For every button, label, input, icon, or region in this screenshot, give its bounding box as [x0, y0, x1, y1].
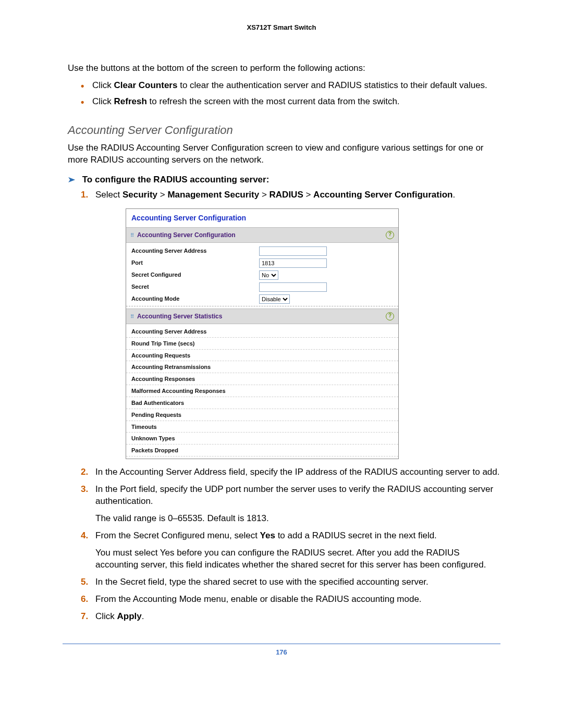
- field-label: Accounting Server Address: [131, 247, 259, 255]
- table-row: Accounting Mode Disable: [126, 293, 398, 305]
- stat-label: Round Trip Time (secs): [131, 340, 259, 348]
- document-page: XS712T Smart Switch Use the buttons at t…: [0, 0, 563, 728]
- stat-label: Accounting Requests: [131, 352, 259, 360]
- text: In the Port field, specify the UDP port …: [95, 484, 493, 506]
- table-row: Pending Requests: [126, 409, 398, 421]
- accounting-server-address-input[interactable]: [259, 246, 327, 256]
- table-row: Round Trip Time (secs): [126, 338, 398, 350]
- list-item: In the Port field, specify the UDP port …: [81, 484, 500, 525]
- nav-path-sep: >: [157, 190, 167, 200]
- ui-screenshot: Accounting Server Configuration ⠿Account…: [126, 208, 399, 460]
- section-paragraph: Use the RADIUS Accounting Server Configu…: [68, 142, 500, 166]
- stat-label: Pending Requests: [131, 411, 259, 419]
- table-row: Packets Dropped: [126, 445, 398, 456]
- help-icon[interactable]: ?: [386, 231, 394, 239]
- secret-input[interactable]: [259, 282, 327, 292]
- nav-path-sep: >: [303, 190, 313, 200]
- field-label: Secret Configured: [131, 271, 259, 279]
- field-label: Port: [131, 259, 259, 267]
- text: .: [142, 611, 144, 621]
- list-item: Click Clear Counters to clear the authen…: [81, 80, 500, 92]
- text: Click: [92, 80, 114, 90]
- list-item: From the Secret Configured menu, select …: [81, 530, 500, 571]
- table-row: Accounting Responses: [126, 373, 398, 385]
- page-number: 176: [63, 644, 500, 656]
- table-row: Port: [126, 257, 398, 269]
- divider: [126, 306, 398, 306]
- text-bold: Apply: [117, 611, 142, 621]
- ui-config-body: Accounting Server Address Port Secret Co…: [126, 243, 398, 309]
- nav-path-sep: >: [259, 190, 269, 200]
- sub-paragraph: You must select Yes before you can confi…: [95, 547, 500, 571]
- list-item: In the Accounting Server Address field, …: [81, 466, 500, 478]
- table-row: Timeouts: [126, 421, 398, 433]
- section-title: ⠿Accounting Server Statistics: [130, 312, 222, 320]
- text-bold: Refresh: [114, 96, 147, 106]
- text: Click: [95, 611, 117, 621]
- drag-icon: ⠿: [130, 314, 134, 319]
- table-row: Bad Authenticators: [126, 397, 398, 409]
- stat-label: Accounting Retransmissions: [131, 363, 259, 371]
- intro-paragraph: Use the buttons at the bottom of the scr…: [68, 63, 500, 75]
- text-bold: Yes: [260, 530, 275, 540]
- nav-path-seg: Accounting Server Configuration: [313, 190, 452, 200]
- text: .: [452, 190, 455, 200]
- stat-label: Accounting Responses: [131, 375, 259, 383]
- field-label: Secret: [131, 283, 259, 291]
- text: Click: [92, 96, 114, 106]
- stat-label: Bad Authenticators: [131, 399, 259, 407]
- actions-bullet-list: Click Clear Counters to clear the authen…: [81, 80, 500, 108]
- nav-path-seg: Security: [123, 190, 157, 200]
- task-heading: ➤ To configure the RADIUS accounting ser…: [68, 175, 500, 185]
- table-row: Accounting Requests: [126, 350, 398, 362]
- field-label: Accounting Mode: [131, 295, 259, 303]
- drag-icon: ⠿: [130, 232, 134, 238]
- chevron-right-icon: ➤: [67, 175, 76, 184]
- stat-label: Malformed Accounting Responses: [131, 387, 259, 395]
- list-item: Select Security > Management Security > …: [81, 189, 500, 459]
- stat-label: Packets Dropped: [131, 447, 259, 454]
- table-row: Accounting Retransmissions: [126, 361, 398, 373]
- accounting-mode-select[interactable]: Disable: [259, 294, 290, 304]
- table-row: Accounting Server Address: [126, 245, 398, 257]
- section-title: ⠿Accounting Server Configuration: [130, 231, 236, 239]
- ui-stats-body: Accounting Server Address Round Trip Tim…: [126, 324, 398, 459]
- secret-configured-select[interactable]: No: [259, 270, 278, 280]
- text: to add a RADIUS secret in the next field…: [275, 530, 437, 540]
- table-row: Secret Configured No: [126, 269, 398, 281]
- help-icon[interactable]: ?: [386, 312, 394, 320]
- section-heading: Accounting Server Configuration: [68, 124, 500, 137]
- steps-list: Select Security > Management Security > …: [81, 189, 500, 623]
- list-item: From the Accounting Mode menu, enable or…: [81, 594, 500, 606]
- sub-paragraph: The valid range is 0–65535. Default is 1…: [95, 513, 500, 525]
- task-title: To configure the RADIUS accounting serve…: [82, 175, 270, 184]
- table-row: Accounting Server Address: [126, 326, 398, 338]
- stat-label: Accounting Server Address: [131, 328, 259, 336]
- page-title: XS712T Smart Switch: [63, 23, 500, 31]
- stat-label: Unknown Types: [131, 435, 259, 442]
- ui-section-header-stats: ⠿Accounting Server Statistics ?: [126, 309, 398, 324]
- list-item: In the Secret field, type the shared sec…: [81, 576, 500, 588]
- nav-path-seg: Management Security: [167, 190, 259, 200]
- ui-window-title: Accounting Server Configuration: [126, 209, 398, 227]
- nav-path-seg: RADIUS: [270, 190, 303, 200]
- table-row: Secret: [126, 281, 398, 293]
- text-bold: Clear Counters: [114, 80, 178, 90]
- text: to clear the authentication server and R…: [177, 80, 487, 90]
- section-title-text: Accounting Server Statistics: [137, 313, 222, 320]
- ui-section-header-config: ⠿Accounting Server Configuration ?: [126, 227, 398, 243]
- section-title-text: Accounting Server Configuration: [137, 231, 236, 239]
- table-row: Malformed Accounting Responses: [126, 385, 398, 397]
- list-item: Click Refresh to refresh the screen with…: [81, 96, 500, 108]
- stat-label: Timeouts: [131, 423, 259, 431]
- list-item: Click Apply.: [81, 611, 500, 623]
- text: Select: [95, 190, 123, 200]
- table-row: Unknown Types: [126, 433, 398, 445]
- text: to refresh the screen with the most curr…: [147, 96, 400, 106]
- port-input[interactable]: [259, 258, 327, 268]
- text: From the Secret Configured menu, select: [95, 530, 260, 540]
